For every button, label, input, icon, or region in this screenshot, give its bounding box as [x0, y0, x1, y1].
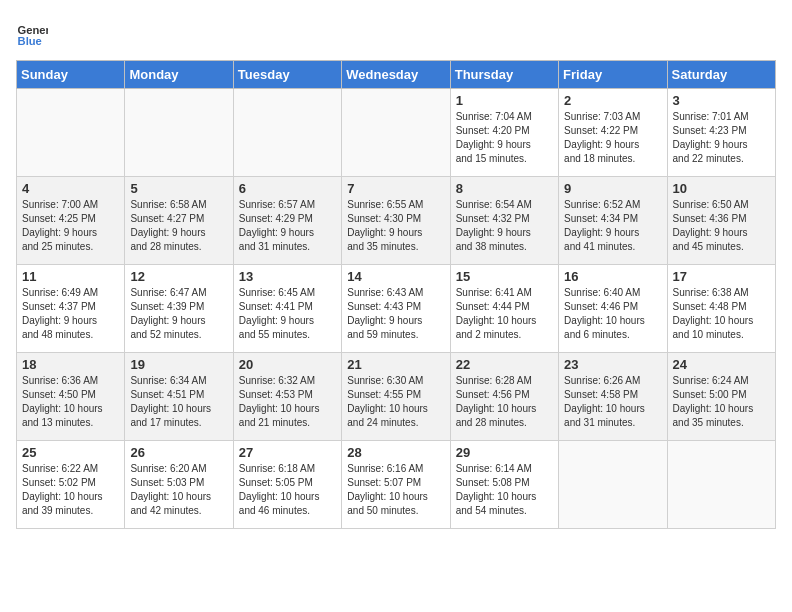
calendar-cell: 20Sunrise: 6:32 AM Sunset: 4:53 PM Dayli…	[233, 353, 341, 441]
day-info: Sunrise: 7:01 AM Sunset: 4:23 PM Dayligh…	[673, 110, 770, 166]
day-info: Sunrise: 6:52 AM Sunset: 4:34 PM Dayligh…	[564, 198, 661, 254]
day-number: 21	[347, 357, 444, 372]
calendar-cell: 19Sunrise: 6:34 AM Sunset: 4:51 PM Dayli…	[125, 353, 233, 441]
day-info: Sunrise: 6:58 AM Sunset: 4:27 PM Dayligh…	[130, 198, 227, 254]
day-number: 23	[564, 357, 661, 372]
calendar-cell: 13Sunrise: 6:45 AM Sunset: 4:41 PM Dayli…	[233, 265, 341, 353]
day-number: 19	[130, 357, 227, 372]
day-header-sunday: Sunday	[17, 61, 125, 89]
day-number: 7	[347, 181, 444, 196]
calendar-body: 1Sunrise: 7:04 AM Sunset: 4:20 PM Daylig…	[17, 89, 776, 529]
calendar-cell	[125, 89, 233, 177]
day-number: 14	[347, 269, 444, 284]
day-number: 17	[673, 269, 770, 284]
day-info: Sunrise: 6:22 AM Sunset: 5:02 PM Dayligh…	[22, 462, 119, 518]
day-header-tuesday: Tuesday	[233, 61, 341, 89]
day-info: Sunrise: 6:45 AM Sunset: 4:41 PM Dayligh…	[239, 286, 336, 342]
calendar-cell: 18Sunrise: 6:36 AM Sunset: 4:50 PM Dayli…	[17, 353, 125, 441]
calendar-cell: 26Sunrise: 6:20 AM Sunset: 5:03 PM Dayli…	[125, 441, 233, 529]
day-info: Sunrise: 6:55 AM Sunset: 4:30 PM Dayligh…	[347, 198, 444, 254]
day-number: 11	[22, 269, 119, 284]
calendar-cell: 23Sunrise: 6:26 AM Sunset: 4:58 PM Dayli…	[559, 353, 667, 441]
calendar-cell	[559, 441, 667, 529]
calendar-week-1: 1Sunrise: 7:04 AM Sunset: 4:20 PM Daylig…	[17, 89, 776, 177]
day-number: 6	[239, 181, 336, 196]
day-header-friday: Friday	[559, 61, 667, 89]
calendar-cell: 8Sunrise: 6:54 AM Sunset: 4:32 PM Daylig…	[450, 177, 558, 265]
calendar-cell: 27Sunrise: 6:18 AM Sunset: 5:05 PM Dayli…	[233, 441, 341, 529]
svg-text:General: General	[18, 24, 48, 36]
calendar-header-row: SundayMondayTuesdayWednesdayThursdayFrid…	[17, 61, 776, 89]
day-info: Sunrise: 6:32 AM Sunset: 4:53 PM Dayligh…	[239, 374, 336, 430]
calendar-week-2: 4Sunrise: 7:00 AM Sunset: 4:25 PM Daylig…	[17, 177, 776, 265]
day-info: Sunrise: 7:03 AM Sunset: 4:22 PM Dayligh…	[564, 110, 661, 166]
calendar-cell: 17Sunrise: 6:38 AM Sunset: 4:48 PM Dayli…	[667, 265, 775, 353]
day-info: Sunrise: 6:26 AM Sunset: 4:58 PM Dayligh…	[564, 374, 661, 430]
day-header-monday: Monday	[125, 61, 233, 89]
day-number: 22	[456, 357, 553, 372]
day-number: 27	[239, 445, 336, 460]
calendar-cell	[233, 89, 341, 177]
calendar-table: SundayMondayTuesdayWednesdayThursdayFrid…	[16, 60, 776, 529]
day-number: 8	[456, 181, 553, 196]
calendar-week-4: 18Sunrise: 6:36 AM Sunset: 4:50 PM Dayli…	[17, 353, 776, 441]
day-info: Sunrise: 6:40 AM Sunset: 4:46 PM Dayligh…	[564, 286, 661, 342]
day-info: Sunrise: 6:28 AM Sunset: 4:56 PM Dayligh…	[456, 374, 553, 430]
day-number: 18	[22, 357, 119, 372]
day-info: Sunrise: 6:30 AM Sunset: 4:55 PM Dayligh…	[347, 374, 444, 430]
calendar-cell: 11Sunrise: 6:49 AM Sunset: 4:37 PM Dayli…	[17, 265, 125, 353]
day-info: Sunrise: 6:54 AM Sunset: 4:32 PM Dayligh…	[456, 198, 553, 254]
day-info: Sunrise: 6:18 AM Sunset: 5:05 PM Dayligh…	[239, 462, 336, 518]
day-number: 26	[130, 445, 227, 460]
logo-icon: General Blue	[16, 16, 48, 48]
calendar-cell: 2Sunrise: 7:03 AM Sunset: 4:22 PM Daylig…	[559, 89, 667, 177]
day-number: 10	[673, 181, 770, 196]
day-info: Sunrise: 6:41 AM Sunset: 4:44 PM Dayligh…	[456, 286, 553, 342]
calendar-cell: 22Sunrise: 6:28 AM Sunset: 4:56 PM Dayli…	[450, 353, 558, 441]
day-info: Sunrise: 6:38 AM Sunset: 4:48 PM Dayligh…	[673, 286, 770, 342]
day-number: 29	[456, 445, 553, 460]
calendar-cell	[342, 89, 450, 177]
calendar-cell: 3Sunrise: 7:01 AM Sunset: 4:23 PM Daylig…	[667, 89, 775, 177]
day-number: 3	[673, 93, 770, 108]
calendar-cell: 29Sunrise: 6:14 AM Sunset: 5:08 PM Dayli…	[450, 441, 558, 529]
day-info: Sunrise: 6:50 AM Sunset: 4:36 PM Dayligh…	[673, 198, 770, 254]
day-info: Sunrise: 7:04 AM Sunset: 4:20 PM Dayligh…	[456, 110, 553, 166]
day-header-saturday: Saturday	[667, 61, 775, 89]
calendar-cell: 1Sunrise: 7:04 AM Sunset: 4:20 PM Daylig…	[450, 89, 558, 177]
day-number: 15	[456, 269, 553, 284]
day-info: Sunrise: 6:24 AM Sunset: 5:00 PM Dayligh…	[673, 374, 770, 430]
calendar-cell: 10Sunrise: 6:50 AM Sunset: 4:36 PM Dayli…	[667, 177, 775, 265]
day-header-wednesday: Wednesday	[342, 61, 450, 89]
day-info: Sunrise: 6:49 AM Sunset: 4:37 PM Dayligh…	[22, 286, 119, 342]
day-number: 9	[564, 181, 661, 196]
day-info: Sunrise: 6:47 AM Sunset: 4:39 PM Dayligh…	[130, 286, 227, 342]
day-info: Sunrise: 6:36 AM Sunset: 4:50 PM Dayligh…	[22, 374, 119, 430]
calendar-cell: 12Sunrise: 6:47 AM Sunset: 4:39 PM Dayli…	[125, 265, 233, 353]
calendar-cell: 9Sunrise: 6:52 AM Sunset: 4:34 PM Daylig…	[559, 177, 667, 265]
day-info: Sunrise: 6:57 AM Sunset: 4:29 PM Dayligh…	[239, 198, 336, 254]
calendar-cell: 6Sunrise: 6:57 AM Sunset: 4:29 PM Daylig…	[233, 177, 341, 265]
calendar-week-5: 25Sunrise: 6:22 AM Sunset: 5:02 PM Dayli…	[17, 441, 776, 529]
day-info: Sunrise: 6:34 AM Sunset: 4:51 PM Dayligh…	[130, 374, 227, 430]
calendar-cell: 16Sunrise: 6:40 AM Sunset: 4:46 PM Dayli…	[559, 265, 667, 353]
calendar-cell: 28Sunrise: 6:16 AM Sunset: 5:07 PM Dayli…	[342, 441, 450, 529]
day-info: Sunrise: 6:43 AM Sunset: 4:43 PM Dayligh…	[347, 286, 444, 342]
day-info: Sunrise: 6:16 AM Sunset: 5:07 PM Dayligh…	[347, 462, 444, 518]
page-header: General Blue	[16, 16, 776, 48]
day-number: 5	[130, 181, 227, 196]
day-number: 25	[22, 445, 119, 460]
calendar-cell: 4Sunrise: 7:00 AM Sunset: 4:25 PM Daylig…	[17, 177, 125, 265]
calendar-cell: 21Sunrise: 6:30 AM Sunset: 4:55 PM Dayli…	[342, 353, 450, 441]
logo: General Blue	[16, 16, 48, 48]
day-number: 4	[22, 181, 119, 196]
calendar-cell: 24Sunrise: 6:24 AM Sunset: 5:00 PM Dayli…	[667, 353, 775, 441]
calendar-cell: 25Sunrise: 6:22 AM Sunset: 5:02 PM Dayli…	[17, 441, 125, 529]
day-number: 24	[673, 357, 770, 372]
svg-text:Blue: Blue	[18, 35, 42, 47]
day-header-thursday: Thursday	[450, 61, 558, 89]
calendar-cell: 15Sunrise: 6:41 AM Sunset: 4:44 PM Dayli…	[450, 265, 558, 353]
calendar-cell	[17, 89, 125, 177]
day-number: 12	[130, 269, 227, 284]
calendar-week-3: 11Sunrise: 6:49 AM Sunset: 4:37 PM Dayli…	[17, 265, 776, 353]
